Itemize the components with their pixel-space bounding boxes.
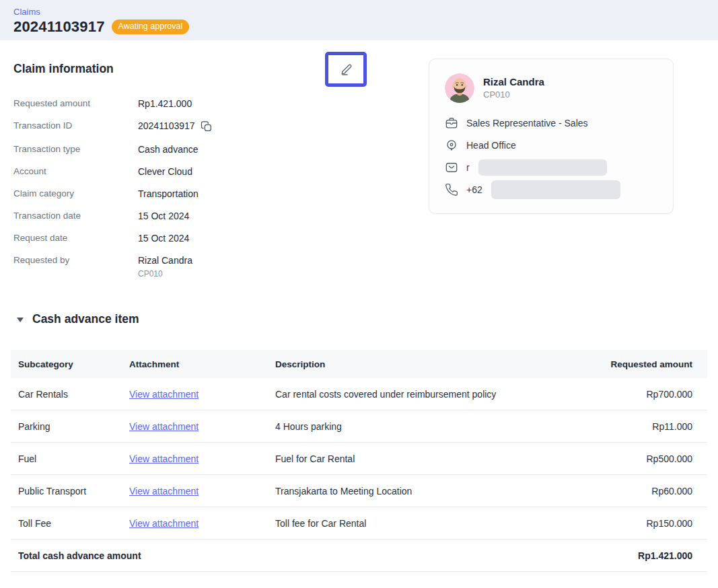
attachment-cell: View attachment (122, 518, 268, 529)
amount-cell: Rp700.000 (579, 389, 707, 400)
amount-cell: Rp60.000 (579, 486, 707, 497)
field-row: Claim categoryTransportation (13, 188, 323, 201)
cash-advance-heading: Cash advance item (32, 312, 139, 326)
edit-pencil-icon (340, 63, 353, 76)
description-cell: Car rental costs covered under reimburse… (268, 389, 579, 400)
view-attachment-link[interactable]: View attachment (129, 453, 199, 464)
cash-advance-section-header: Cash advance item (17, 312, 139, 326)
field-value: 15 Oct 2024 (138, 211, 189, 221)
title-row: 20241103917 Awating approval (13, 18, 705, 36)
copy-icon (201, 120, 213, 133)
field-row: Request date15 Oct 2024 (13, 232, 323, 246)
attachment-cell: View attachment (122, 453, 268, 464)
profile-row: +62 (445, 178, 659, 200)
field-value: Clever Cloud (138, 166, 192, 177)
field-value: Cash advance (138, 144, 199, 155)
attachment-cell: View attachment (122, 486, 268, 497)
phone-icon (445, 183, 458, 196)
avatar (445, 73, 474, 103)
cash-advance-table: SubcategoryAttachmentDescriptionRequeste… (11, 350, 707, 572)
view-attachment-link[interactable]: View attachment (129, 389, 199, 400)
description-cell: 4 Hours parking (268, 421, 579, 432)
subcategory-cell: Fuel (11, 453, 122, 464)
profile-employee-id: CP010 (483, 89, 544, 100)
field-value-wrap: Cash advance (138, 143, 199, 155)
profile-row-text: r (466, 162, 470, 173)
requester-profile-card: Rizal Candra CP010 Sales Representative … (429, 59, 674, 214)
field-value-wrap: 15 Oct 2024 (138, 210, 189, 222)
profile-row: Head Office (445, 134, 659, 156)
table-header-cell: Description (268, 359, 579, 369)
field-value-wrap: Clever Cloud (138, 166, 192, 178)
redacted-value (491, 180, 620, 199)
profile-row-text: Sales Representative - Sales (466, 118, 588, 128)
profile-identity: Rizal Candra CP010 (483, 73, 544, 103)
profile-row: Sales Representative - Sales (445, 112, 659, 134)
field-label: Account (13, 166, 138, 176)
briefcase-icon (445, 116, 458, 130)
copy-transaction-id-button[interactable] (201, 120, 213, 135)
amount-cell: Rp500.000 (579, 453, 707, 464)
view-attachment-link[interactable]: View attachment (129, 518, 199, 529)
table-header-row: SubcategoryAttachmentDescriptionRequeste… (11, 350, 707, 378)
field-value-wrap: Rp1.421.000 (138, 98, 192, 110)
field-row: AccountClever Cloud (13, 166, 323, 179)
field-value: 15 Oct 2024 (138, 233, 189, 244)
attachment-cell: View attachment (122, 389, 268, 400)
attachment-cell: View attachment (122, 421, 268, 432)
amount-cell: Rp11.000 (579, 421, 707, 432)
page-title: 20241103917 (13, 18, 105, 36)
subcategory-cell: Car Rentals (11, 389, 122, 400)
profile-detail-rows: Sales Representative - SalesHead Officer… (445, 112, 659, 200)
field-label: Transaction date (13, 210, 138, 221)
mail-icon (445, 161, 458, 174)
total-amount: Rp1.421.000 (579, 550, 707, 561)
table-row: FuelView attachmentFuel for Car RentalRp… (11, 443, 707, 475)
field-label: Claim category (13, 188, 138, 198)
field-value-wrap: Rizal CandraCP010 (138, 254, 192, 279)
table-header-cell: Requested amount (579, 359, 707, 369)
total-label: Total cash advance amount (11, 550, 579, 561)
field-label: Request date (13, 232, 138, 243)
field-label: Requested by (13, 254, 138, 265)
field-value: Rp1.421.000 (138, 98, 192, 109)
claim-information-heading: Claim information (13, 62, 114, 76)
subcategory-cell: Parking (11, 421, 122, 432)
field-value: Rizal Candra (138, 255, 192, 266)
field-value-wrap: Transportation (138, 188, 199, 200)
view-attachment-link[interactable]: View attachment (129, 486, 199, 497)
field-row: Transaction ID20241103917 (13, 120, 323, 135)
table-header-cell: Subcategory (11, 359, 122, 369)
subcategory-cell: Public Transport (11, 486, 122, 497)
field-value: 20241103917 (138, 120, 195, 131)
description-cell: Transjakarta to Meeting Location (268, 486, 579, 497)
table-row: Toll FeeView attachmentToll fee for Car … (11, 507, 707, 540)
field-value-wrap: 15 Oct 2024 (138, 232, 189, 244)
table-row: Car RentalsView attachmentCar rental cos… (11, 378, 707, 410)
location-pin-icon (445, 139, 458, 152)
claim-fields-list: Requested amountRp1.421.000Transaction I… (13, 98, 323, 287)
profile-card-head: Rizal Candra CP010 (445, 73, 659, 103)
field-label: Transaction type (13, 143, 138, 154)
chevron-down-icon[interactable] (17, 318, 24, 322)
view-attachment-link[interactable]: View attachment (129, 421, 199, 432)
field-label: Transaction ID (13, 120, 138, 131)
field-value: Transportation (138, 188, 199, 199)
table-row: Public TransportView attachmentTransjaka… (11, 475, 707, 507)
field-row: Requested amountRp1.421.000 (13, 98, 323, 111)
field-row: Requested byRizal CandraCP010 (13, 254, 323, 279)
field-row: Transaction date15 Oct 2024 (13, 210, 323, 223)
page-header: Claims 20241103917 Awating approval (0, 0, 718, 40)
field-label: Requested amount (13, 98, 138, 108)
redacted-value (478, 159, 607, 176)
field-value-sub: CP010 (138, 269, 192, 279)
edit-claim-button[interactable] (325, 52, 367, 87)
field-value-wrap: 20241103917 (138, 120, 213, 135)
description-cell: Toll fee for Car Rental (268, 518, 579, 529)
table-header-cell: Attachment (122, 359, 268, 369)
breadcrumb-claims[interactable]: Claims (13, 7, 40, 17)
table-total-row: Total cash advance amount Rp1.421.000 (11, 540, 707, 572)
profile-row: r (445, 156, 659, 178)
field-row: Transaction typeCash advance (13, 143, 323, 157)
profile-name: Rizal Candra (483, 76, 544, 87)
